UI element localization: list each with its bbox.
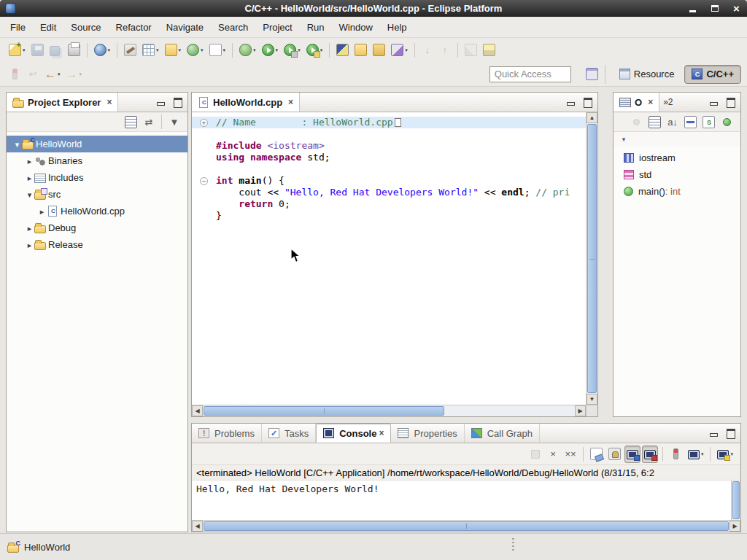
scrollbar-thumb[interactable] (732, 481, 740, 519)
expand-arrow-icon[interactable] (25, 172, 34, 183)
close-window-button[interactable] (731, 3, 742, 14)
tree-item-release[interactable]: Release (7, 236, 187, 253)
sort-button[interactable]: a↓ (665, 113, 681, 131)
open-console-button[interactable]: ▾ (715, 446, 735, 463)
show-when-stdout-changes-button[interactable] (624, 446, 640, 463)
minimize-view-icon[interactable] (708, 427, 719, 439)
display-selected-console-button[interactable]: ▾ (686, 446, 706, 463)
console-output[interactable]: Hello, Red Hat Developers World! (192, 481, 731, 520)
remove-launch-button[interactable]: × (545, 446, 561, 463)
close-icon[interactable]: × (379, 428, 384, 438)
tab-properties[interactable]: Properties (391, 424, 464, 443)
scroll-left-icon[interactable]: ◀ (192, 405, 203, 416)
menu-navigate[interactable]: Navigate (159, 18, 211, 36)
tab-overflow-indicator[interactable]: »2 (659, 93, 676, 112)
tree-item-src[interactable]: src (7, 186, 187, 203)
expand-arrow-icon[interactable] (25, 222, 34, 233)
menu-search[interactable]: Search (211, 18, 255, 36)
trim-sash-handle[interactable] (512, 538, 514, 551)
minimize-view-icon[interactable] (708, 96, 719, 108)
view-menu-icon[interactable] (618, 134, 630, 144)
menu-help[interactable]: Help (380, 18, 414, 36)
mark-occurrences-button[interactable] (481, 42, 498, 59)
editor-horizontal-scrollbar[interactable]: ◀ ▶ (192, 405, 586, 416)
profile-button[interactable]: ▾ (92, 42, 113, 59)
tab-call-graph[interactable]: Call Graph (465, 424, 540, 443)
menu-source[interactable]: Source (63, 18, 108, 36)
code-editor[interactable]: +// Name : HelloWorld.cpp#include <iostr… (192, 112, 586, 405)
tab-outline[interactable]: O (614, 93, 659, 112)
perspective-c-c[interactable]: C/C++ (684, 65, 741, 84)
outline-item-std[interactable]: std (614, 166, 740, 183)
remove-all-launches-button[interactable]: ×× (562, 446, 578, 463)
tree-item-binaries[interactable]: Binaries (7, 152, 187, 169)
new-source-folder-button[interactable]: ▾ (163, 42, 184, 59)
external-tools-button[interactable]: ▾ (304, 42, 325, 59)
menu-edit[interactable]: Edit (33, 18, 63, 36)
build-all-button[interactable] (122, 42, 139, 59)
maximize-view-icon[interactable] (171, 96, 183, 108)
link-with-editor-button[interactable]: ⇄ (141, 113, 157, 131)
search-button[interactable] (334, 42, 351, 59)
expand-fold-icon[interactable]: + (200, 119, 208, 127)
maximize-view-icon[interactable] (581, 96, 593, 108)
menu-file[interactable]: File (3, 18, 33, 36)
new-button[interactable]: ▾ (7, 42, 28, 59)
scroll-right-icon[interactable]: ▶ (575, 405, 586, 416)
tree-item-helloworld[interactable]: HelloWorld (7, 136, 187, 152)
scroll-right-icon[interactable]: ▶ (729, 521, 740, 532)
scrollbar-thumb[interactable] (587, 124, 597, 393)
clear-console-button[interactable] (588, 446, 605, 463)
tree-item-debug[interactable]: Debug (7, 219, 187, 236)
collapse-all-button[interactable] (123, 113, 139, 131)
collapse-arrow-icon[interactable] (12, 139, 22, 149)
outline-item-iostream[interactable]: iostream (614, 149, 740, 166)
tab-problems[interactable]: Problems (192, 424, 262, 443)
expand-arrow-icon[interactable] (25, 239, 34, 250)
build-configurations-button[interactable]: ▾ (140, 42, 161, 59)
perspective-resource[interactable]: Resource (612, 65, 682, 84)
expand-arrow-icon[interactable] (25, 155, 34, 166)
pin-console-button[interactable] (667, 446, 684, 463)
minimize-window-button[interactable] (687, 3, 698, 14)
scroll-up-icon[interactable]: ▲ (587, 112, 597, 123)
menu-window[interactable]: Window (332, 18, 380, 36)
collapsed-region-indicator[interactable] (395, 118, 401, 127)
maximize-window-button[interactable] (709, 3, 720, 14)
open-type-button[interactable] (352, 42, 369, 59)
close-icon[interactable] (107, 97, 112, 107)
outline-item-main[interactable]: main() : int (614, 183, 740, 200)
minimize-view-icon[interactable] (155, 96, 166, 108)
show-when-stderr-changes-button[interactable] (642, 446, 658, 463)
tab-helloworld-cpp[interactable]: HelloWorld.cpp (192, 93, 300, 112)
print-button[interactable] (66, 42, 82, 59)
view-menu-button[interactable]: ▼ (166, 113, 182, 131)
tab-console[interactable]: Console× (316, 424, 391, 443)
tree-item-includes[interactable]: Includes (7, 169, 187, 186)
close-icon[interactable] (648, 97, 653, 107)
open-perspective-button[interactable] (584, 66, 600, 83)
close-icon[interactable] (288, 97, 293, 107)
new-class-button[interactable]: ▾ (185, 42, 206, 59)
run-button[interactable]: ▾ (260, 42, 281, 59)
scrollbar-thumb[interactable] (204, 521, 729, 531)
scroll-left-icon[interactable]: ◀ (192, 521, 203, 532)
maximize-view-icon[interactable] (724, 96, 736, 108)
hide-fields-button[interactable] (682, 113, 699, 131)
open-resource-button[interactable] (371, 42, 387, 59)
scroll-lock-button[interactable] (606, 446, 623, 463)
quick-access-input[interactable] (489, 66, 571, 82)
collapse-all-button[interactable] (646, 113, 663, 131)
outline-list[interactable]: iostreamstdmain() : int (614, 147, 740, 416)
new-cpp-file-button[interactable]: ▾ (207, 42, 228, 59)
editor-vertical-scrollbar[interactable]: ▲ ▼ (586, 112, 597, 405)
collapse-fold-icon[interactable]: − (200, 177, 208, 185)
expand-arrow-icon[interactable] (37, 206, 47, 217)
scrollbar-thumb[interactable] (204, 406, 444, 416)
debug-button[interactable]: ▾ (237, 42, 258, 59)
tab-tasks[interactable]: Tasks (262, 424, 316, 443)
collapse-arrow-icon[interactable] (25, 189, 34, 200)
hide-non-public-members-button[interactable] (719, 113, 735, 131)
console-vertical-scrollbar[interactable] (731, 481, 740, 520)
profile-as-button[interactable]: ▾ (282, 42, 303, 59)
